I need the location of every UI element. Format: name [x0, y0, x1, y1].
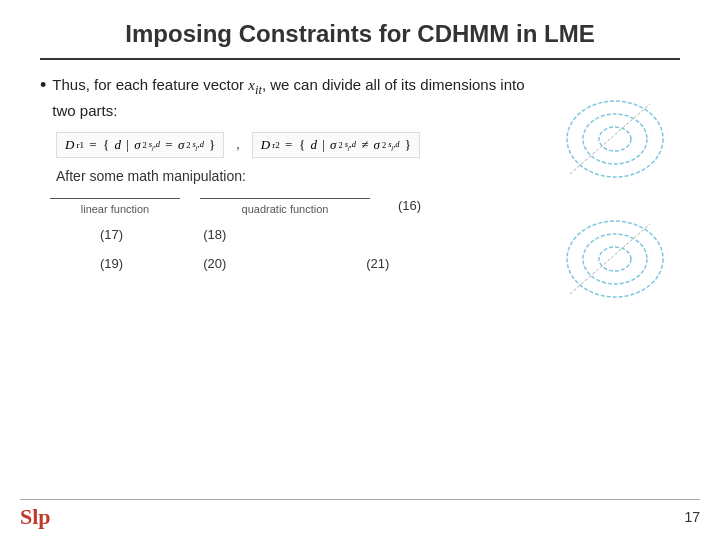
eq17-label: (17)	[100, 227, 123, 242]
quadratic-label: quadratic function	[242, 203, 329, 215]
bullet-text-before: Thus, for each feature vector	[52, 76, 248, 93]
eq21-label: (21)	[366, 256, 389, 271]
page-number: 17	[684, 509, 700, 525]
slide: Imposing Constraints for CDHMM in LME • …	[0, 0, 720, 540]
svg-point-0	[567, 101, 663, 177]
quadratic-block: quadratic function	[200, 198, 370, 215]
bullet-content: Thus, for each feature vector xit, we ca…	[52, 74, 540, 122]
number-row-1718: (17) (18)	[100, 227, 540, 242]
svg-point-2	[599, 127, 631, 151]
variable-subscript: it	[255, 83, 262, 97]
formula-dr1: Dr1 = { d | σ2sj,d = σ2sj,d }	[56, 132, 224, 158]
eq-row-labeled: linear function quadratic function (16)	[50, 198, 540, 215]
title-divider	[40, 58, 680, 60]
title-section: Imposing Constraints for CDHMM in LME	[40, 20, 680, 48]
gauss-bottom-svg	[560, 204, 670, 314]
logo: Slp	[20, 504, 51, 530]
right-illustration	[550, 74, 680, 314]
svg-point-5	[583, 234, 647, 284]
eq18-label: (18)	[203, 227, 226, 242]
left-content: • Thus, for each feature vector xit, we …	[40, 74, 540, 314]
slide-title: Imposing Constraints for CDHMM in LME	[40, 20, 680, 48]
linear-line	[50, 198, 180, 199]
eq20-label: (20)	[203, 256, 226, 271]
main-content: • Thus, for each feature vector xit, we …	[40, 74, 680, 314]
bullet-section: • Thus, for each feature vector xit, we …	[40, 74, 540, 122]
svg-point-4	[567, 221, 663, 297]
formula-row: Dr1 = { d | σ2sj,d = σ2sj,d } , Dr2 = { …	[56, 132, 540, 158]
quadratic-line	[200, 198, 370, 199]
bullet-text: • Thus, for each feature vector xit, we …	[40, 74, 540, 122]
linear-label: linear function	[81, 203, 150, 215]
bullet-dot: •	[40, 72, 46, 99]
linear-block: linear function	[50, 198, 180, 215]
formula-dr2: Dr2 = { d | σ2sj,d ≠ σ2sj,d }	[252, 132, 420, 158]
variable-x: xit	[248, 77, 262, 93]
svg-point-6	[599, 247, 631, 271]
eq16-label: (16)	[398, 198, 421, 215]
number-row-192021: (19) (20) (21)	[100, 256, 540, 271]
formula-separator: ,	[236, 137, 240, 153]
svg-point-1	[583, 114, 647, 164]
gauss-top-svg	[560, 84, 670, 194]
eq19-label: (19)	[100, 256, 123, 271]
bottom-bar: Slp 17	[20, 499, 700, 530]
after-text: After some math manipulation:	[56, 168, 540, 184]
